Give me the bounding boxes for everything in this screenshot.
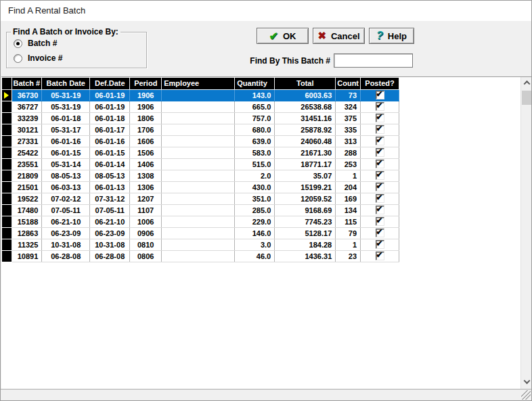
cell-batch: 21501 xyxy=(12,181,42,193)
cell-batch: 19522 xyxy=(12,193,42,204)
cell-period: 1306 xyxy=(130,181,162,193)
col-header-count[interactable]: Count xyxy=(336,78,361,89)
cell-quantity: 680.0 xyxy=(235,124,275,135)
posted-checkbox[interactable]: ✔ xyxy=(376,183,384,191)
posted-checkbox[interactable]: ✔ xyxy=(376,217,384,226)
horizontal-scrollbar[interactable] xyxy=(1,389,531,400)
cell-total: 7745.23 xyxy=(275,216,336,227)
posted-checkbox[interactable]: ✔ xyxy=(376,137,384,145)
table-row[interactable]: 1748007-05-1107-05-111107285.09168.69134… xyxy=(2,204,399,216)
chevron-up-icon xyxy=(524,80,531,87)
table-row[interactable]: 2150106-03-1306-01-131306430.015199.2120… xyxy=(2,181,399,193)
table-row[interactable]: 1518806-21-1006-21-101006229.07745.23115… xyxy=(2,216,399,227)
batch-table: Batch # Batch Date Def.Date Period Emplo… xyxy=(2,78,399,262)
cell-count: 313 xyxy=(336,135,361,147)
cell-quantity: 665.0 xyxy=(235,101,275,112)
posted-checkbox[interactable]: ✔ xyxy=(376,114,384,122)
posted-checkbox[interactable]: ✔ xyxy=(376,252,384,260)
help-button[interactable]: ? Help xyxy=(369,28,414,44)
table-row[interactable]: 2733106-01-1606-01-161606639.024060.4831… xyxy=(2,135,399,147)
cell-count: 253 xyxy=(336,158,361,170)
radio-selected-icon[interactable] xyxy=(14,39,22,48)
ok-button[interactable]: ✔ OK xyxy=(257,28,309,44)
cell-batch-date: 05-31-19 xyxy=(42,101,90,112)
help-button-label: Help xyxy=(388,31,407,41)
cell-total: 6003.63 xyxy=(275,89,336,101)
posted-checkbox[interactable]: ✔ xyxy=(376,125,384,134)
cell-count: 324 xyxy=(336,101,361,112)
table-row[interactable]: 1286306-23-0906-23-090906146.05128.1779✔ xyxy=(2,227,399,239)
title-bar: Find A Rental Batch xyxy=(1,1,531,21)
table-row[interactable]: 3012105-31-1706-01-171706680.025878.9233… xyxy=(2,124,399,135)
cell-period: 1506 xyxy=(130,147,162,158)
posted-checkbox[interactable]: ✔ xyxy=(376,194,384,203)
checkmark-icon: ✔ xyxy=(376,193,383,202)
col-header-batch[interactable]: Batch # xyxy=(12,78,42,89)
cell-period: 0806 xyxy=(130,250,162,262)
table-row[interactable]: 3323906-01-1806-01-181806757.031451.1637… xyxy=(2,112,399,124)
scroll-up-button[interactable] xyxy=(521,77,532,89)
vertical-scrollbar[interactable] xyxy=(520,77,532,389)
radio-unselected-icon[interactable] xyxy=(14,54,22,63)
cell-quantity: 351.0 xyxy=(235,193,275,204)
checkmark-icon: ✔ xyxy=(376,159,383,168)
find-rental-batch-dialog: Find A Rental Batch Find A Batch or Invo… xyxy=(0,0,532,401)
cell-posted: ✔ xyxy=(361,112,399,124)
cell-period: 0810 xyxy=(130,239,162,250)
col-header-period[interactable]: Period xyxy=(130,78,162,89)
posted-checkbox[interactable]: ✔ xyxy=(376,240,384,249)
cell-employee xyxy=(162,239,235,250)
cell-count: 1 xyxy=(336,170,361,181)
posted-checkbox[interactable]: ✔ xyxy=(376,171,384,180)
col-header-total[interactable]: Total xyxy=(275,78,336,89)
cell-employee xyxy=(162,124,235,135)
cancel-button[interactable]: ✖ Cancel xyxy=(313,28,365,44)
col-header-batch-date[interactable]: Batch Date xyxy=(42,78,90,89)
cell-period: 1006 xyxy=(130,216,162,227)
cell-total: 35.07 xyxy=(275,170,336,181)
col-header-def-date[interactable]: Def.Date xyxy=(90,78,130,89)
table-row[interactable]: 2355105-31-1406-01-141406515.018771.1725… xyxy=(2,158,399,170)
cell-employee xyxy=(162,204,235,216)
cell-def-date: 06-01-13 xyxy=(90,181,130,193)
table-row[interactable]: 3673005-31-1906-01-191906143.06003.6373✔ xyxy=(2,89,399,101)
cell-employee xyxy=(162,216,235,227)
selected-row-arrow-icon xyxy=(4,92,9,99)
scroll-down-button[interactable] xyxy=(521,376,532,387)
posted-checkbox[interactable]: ✔ xyxy=(376,160,384,168)
radio-invoice-number[interactable]: Invoice # xyxy=(14,53,62,63)
cell-posted: ✔ xyxy=(361,239,399,250)
table-row[interactable]: 3672705-31-1906-01-191906665.026538.6832… xyxy=(2,101,399,112)
radio-dot xyxy=(16,42,20,45)
posted-checkbox[interactable]: ✔ xyxy=(376,206,384,214)
posted-checkbox[interactable]: ✔ xyxy=(376,91,384,99)
table-row[interactable]: 1089106-28-0806-28-08080646.01436.3123✔ xyxy=(2,250,399,262)
cell-def-date: 06-01-14 xyxy=(90,158,130,170)
cell-total: 184.28 xyxy=(275,239,336,250)
posted-checkbox[interactable]: ✔ xyxy=(376,229,384,237)
table-row[interactable]: 1952207-02-1207-31-121207351.012059.5216… xyxy=(2,193,399,204)
table-row[interactable]: 2180908-05-1308-05-1313082.035.071✔ xyxy=(2,170,399,181)
dialog-title: Find A Rental Batch xyxy=(8,5,85,16)
radio-batch-number[interactable]: Batch # xyxy=(14,39,57,48)
cell-posted: ✔ xyxy=(361,193,399,204)
col-header-posted[interactable]: Posted? xyxy=(361,78,399,89)
resize-grip-icon[interactable] xyxy=(521,390,531,400)
cell-batch: 12863 xyxy=(12,227,42,239)
cell-posted: ✔ xyxy=(361,181,399,193)
cell-count: 79 xyxy=(336,227,361,239)
find-by-batch-input[interactable] xyxy=(334,53,413,68)
cell-total: 21671.30 xyxy=(275,147,336,158)
cancel-button-label: Cancel xyxy=(331,31,360,41)
col-header-employee[interactable]: Employee xyxy=(162,78,235,89)
table-row[interactable]: 2542206-01-1506-01-151506583.021671.3028… xyxy=(2,147,399,158)
col-header-quantity[interactable]: Quantity xyxy=(235,78,275,89)
posted-checkbox[interactable]: ✔ xyxy=(376,148,384,157)
table-row[interactable]: 1132510-31-0810-31-0808103.0184.281✔ xyxy=(2,239,399,250)
cell-batch-date: 06-01-18 xyxy=(42,112,90,124)
row-marker xyxy=(2,250,12,262)
cell-period: 1308 xyxy=(130,170,162,181)
posted-checkbox[interactable]: ✔ xyxy=(376,102,384,111)
cell-count: 73 xyxy=(336,89,361,101)
scrollbar-thumb[interactable] xyxy=(522,91,532,105)
